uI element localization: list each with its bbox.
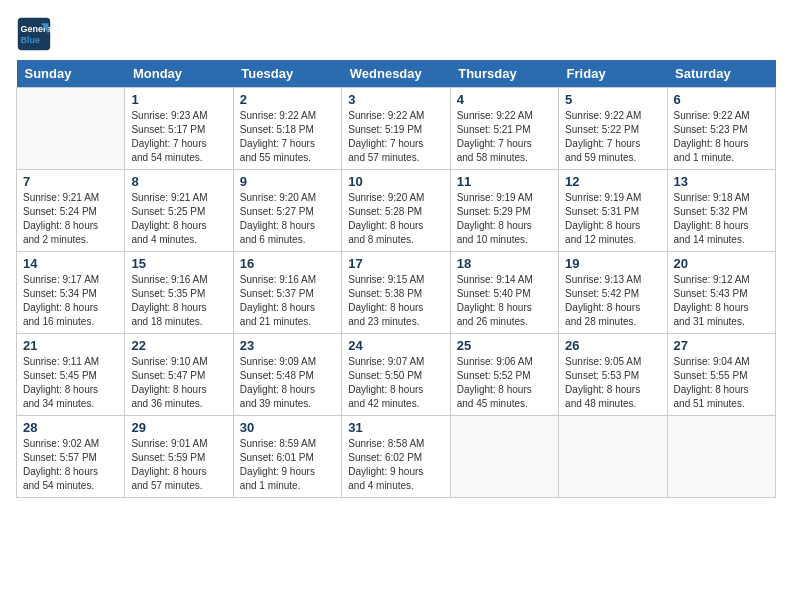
header-sunday: Sunday [17,60,125,88]
day-cell-23: 23Sunrise: 9:09 AMSunset: 5:48 PMDayligh… [233,334,341,416]
day-number: 1 [131,92,226,107]
svg-text:Blue: Blue [21,35,41,45]
day-info: Sunrise: 9:23 AMSunset: 5:17 PMDaylight:… [131,109,226,165]
day-cell-20: 20Sunrise: 9:12 AMSunset: 5:43 PMDayligh… [667,252,775,334]
day-cell-31: 31Sunrise: 8:58 AMSunset: 6:02 PMDayligh… [342,416,450,498]
header-thursday: Thursday [450,60,558,88]
day-number: 21 [23,338,118,353]
day-number: 2 [240,92,335,107]
day-number: 20 [674,256,769,271]
day-info: Sunrise: 9:02 AMSunset: 5:57 PMDaylight:… [23,437,118,493]
day-cell-19: 19Sunrise: 9:13 AMSunset: 5:42 PMDayligh… [559,252,667,334]
day-number: 9 [240,174,335,189]
day-number: 15 [131,256,226,271]
day-number: 3 [348,92,443,107]
day-number: 26 [565,338,660,353]
day-number: 8 [131,174,226,189]
page-header: General Blue [16,16,776,52]
day-info: Sunrise: 9:22 AMSunset: 5:21 PMDaylight:… [457,109,552,165]
day-cell-6: 6Sunrise: 9:22 AMSunset: 5:23 PMDaylight… [667,88,775,170]
day-info: Sunrise: 9:12 AMSunset: 5:43 PMDaylight:… [674,273,769,329]
day-info: Sunrise: 9:22 AMSunset: 5:23 PMDaylight:… [674,109,769,165]
day-number: 19 [565,256,660,271]
day-info: Sunrise: 9:11 AMSunset: 5:45 PMDaylight:… [23,355,118,411]
day-number: 13 [674,174,769,189]
empty-cell [450,416,558,498]
day-cell-11: 11Sunrise: 9:19 AMSunset: 5:29 PMDayligh… [450,170,558,252]
day-info: Sunrise: 9:21 AMSunset: 5:24 PMDaylight:… [23,191,118,247]
day-cell-14: 14Sunrise: 9:17 AMSunset: 5:34 PMDayligh… [17,252,125,334]
day-number: 24 [348,338,443,353]
day-cell-30: 30Sunrise: 8:59 AMSunset: 6:01 PMDayligh… [233,416,341,498]
day-number: 17 [348,256,443,271]
logo: General Blue [16,16,52,52]
day-info: Sunrise: 9:21 AMSunset: 5:25 PMDaylight:… [131,191,226,247]
empty-cell [17,88,125,170]
day-number: 29 [131,420,226,435]
day-number: 16 [240,256,335,271]
day-cell-1: 1Sunrise: 9:23 AMSunset: 5:17 PMDaylight… [125,88,233,170]
day-number: 6 [674,92,769,107]
day-number: 22 [131,338,226,353]
day-cell-7: 7Sunrise: 9:21 AMSunset: 5:24 PMDaylight… [17,170,125,252]
day-cell-15: 15Sunrise: 9:16 AMSunset: 5:35 PMDayligh… [125,252,233,334]
day-info: Sunrise: 9:05 AMSunset: 5:53 PMDaylight:… [565,355,660,411]
week-row-4: 21Sunrise: 9:11 AMSunset: 5:45 PMDayligh… [17,334,776,416]
day-cell-25: 25Sunrise: 9:06 AMSunset: 5:52 PMDayligh… [450,334,558,416]
day-info: Sunrise: 8:58 AMSunset: 6:02 PMDaylight:… [348,437,443,493]
day-cell-26: 26Sunrise: 9:05 AMSunset: 5:53 PMDayligh… [559,334,667,416]
header-saturday: Saturday [667,60,775,88]
empty-cell [667,416,775,498]
week-row-1: 1Sunrise: 9:23 AMSunset: 5:17 PMDaylight… [17,88,776,170]
day-info: Sunrise: 9:20 AMSunset: 5:28 PMDaylight:… [348,191,443,247]
header-tuesday: Tuesday [233,60,341,88]
calendar-table: SundayMondayTuesdayWednesdayThursdayFrid… [16,60,776,498]
day-info: Sunrise: 9:22 AMSunset: 5:18 PMDaylight:… [240,109,335,165]
day-number: 30 [240,420,335,435]
header-monday: Monday [125,60,233,88]
day-number: 10 [348,174,443,189]
day-info: Sunrise: 9:07 AMSunset: 5:50 PMDaylight:… [348,355,443,411]
header-friday: Friday [559,60,667,88]
day-cell-13: 13Sunrise: 9:18 AMSunset: 5:32 PMDayligh… [667,170,775,252]
day-cell-10: 10Sunrise: 9:20 AMSunset: 5:28 PMDayligh… [342,170,450,252]
day-info: Sunrise: 9:01 AMSunset: 5:59 PMDaylight:… [131,437,226,493]
week-row-2: 7Sunrise: 9:21 AMSunset: 5:24 PMDaylight… [17,170,776,252]
day-info: Sunrise: 9:22 AMSunset: 5:19 PMDaylight:… [348,109,443,165]
day-info: Sunrise: 8:59 AMSunset: 6:01 PMDaylight:… [240,437,335,493]
day-number: 18 [457,256,552,271]
day-info: Sunrise: 9:19 AMSunset: 5:29 PMDaylight:… [457,191,552,247]
day-info: Sunrise: 9:16 AMSunset: 5:37 PMDaylight:… [240,273,335,329]
day-cell-2: 2Sunrise: 9:22 AMSunset: 5:18 PMDaylight… [233,88,341,170]
day-cell-22: 22Sunrise: 9:10 AMSunset: 5:47 PMDayligh… [125,334,233,416]
day-cell-28: 28Sunrise: 9:02 AMSunset: 5:57 PMDayligh… [17,416,125,498]
week-row-5: 28Sunrise: 9:02 AMSunset: 5:57 PMDayligh… [17,416,776,498]
day-cell-4: 4Sunrise: 9:22 AMSunset: 5:21 PMDaylight… [450,88,558,170]
day-cell-27: 27Sunrise: 9:04 AMSunset: 5:55 PMDayligh… [667,334,775,416]
day-number: 7 [23,174,118,189]
day-cell-8: 8Sunrise: 9:21 AMSunset: 5:25 PMDaylight… [125,170,233,252]
day-cell-5: 5Sunrise: 9:22 AMSunset: 5:22 PMDaylight… [559,88,667,170]
day-number: 4 [457,92,552,107]
week-row-3: 14Sunrise: 9:17 AMSunset: 5:34 PMDayligh… [17,252,776,334]
day-info: Sunrise: 9:06 AMSunset: 5:52 PMDaylight:… [457,355,552,411]
day-cell-24: 24Sunrise: 9:07 AMSunset: 5:50 PMDayligh… [342,334,450,416]
day-cell-16: 16Sunrise: 9:16 AMSunset: 5:37 PMDayligh… [233,252,341,334]
day-number: 11 [457,174,552,189]
day-info: Sunrise: 9:10 AMSunset: 5:47 PMDaylight:… [131,355,226,411]
day-number: 23 [240,338,335,353]
header-wednesday: Wednesday [342,60,450,88]
empty-cell [559,416,667,498]
day-number: 27 [674,338,769,353]
day-number: 28 [23,420,118,435]
day-info: Sunrise: 9:22 AMSunset: 5:22 PMDaylight:… [565,109,660,165]
day-cell-29: 29Sunrise: 9:01 AMSunset: 5:59 PMDayligh… [125,416,233,498]
day-cell-3: 3Sunrise: 9:22 AMSunset: 5:19 PMDaylight… [342,88,450,170]
day-number: 5 [565,92,660,107]
day-info: Sunrise: 9:13 AMSunset: 5:42 PMDaylight:… [565,273,660,329]
day-cell-17: 17Sunrise: 9:15 AMSunset: 5:38 PMDayligh… [342,252,450,334]
day-number: 25 [457,338,552,353]
day-info: Sunrise: 9:20 AMSunset: 5:27 PMDaylight:… [240,191,335,247]
day-cell-9: 9Sunrise: 9:20 AMSunset: 5:27 PMDaylight… [233,170,341,252]
day-info: Sunrise: 9:09 AMSunset: 5:48 PMDaylight:… [240,355,335,411]
